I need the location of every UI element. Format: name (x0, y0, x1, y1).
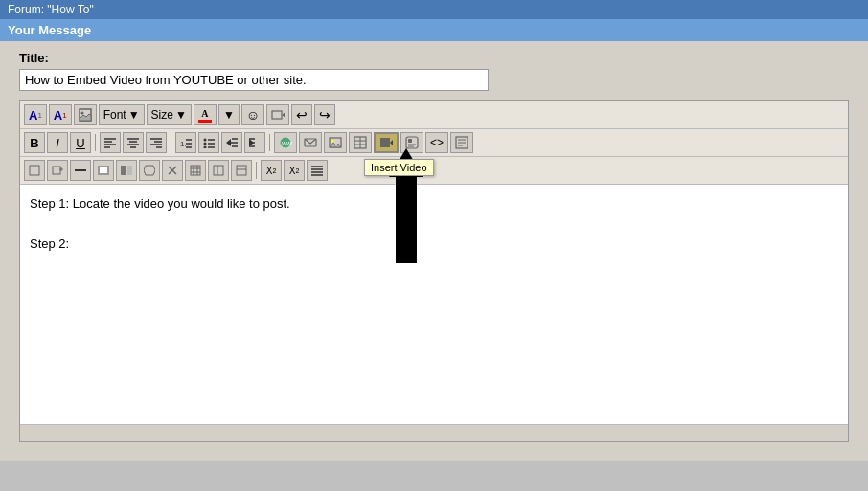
editor-line-1: Step 1: Locate the video you would like … (30, 194, 838, 214)
svg-rect-54 (30, 166, 39, 175)
size-dropdown[interactable]: Size ▼ (147, 104, 192, 125)
unordered-list-btn[interactable] (198, 132, 219, 153)
tb3-btn3[interactable] (70, 160, 91, 181)
tb3-btn6[interactable] (139, 160, 160, 181)
title-input[interactable] (19, 69, 489, 91)
smiley-btn[interactable]: ☺ (241, 104, 264, 125)
superscript-btn[interactable]: X2 (284, 160, 305, 181)
svg-rect-71 (214, 166, 223, 175)
toolbar-sep-3 (269, 134, 270, 151)
forum-bar-label: Forum: "How To" (8, 3, 94, 16)
tb3-btn4[interactable] (93, 160, 114, 181)
format-btn-a2[interactable]: A1 (49, 104, 72, 125)
tb3-btn5[interactable] (116, 160, 137, 181)
link-btn[interactable]: www (274, 132, 297, 153)
svg-text:www: www (281, 140, 292, 146)
editor-bottom-bar (20, 424, 848, 441)
svg-rect-62 (127, 166, 132, 175)
redo-btn[interactable]: ↪ (314, 104, 335, 125)
toolbar-sep-2 (171, 134, 171, 151)
toolbar-row-2: B I U 1. (20, 129, 848, 157)
svg-rect-2 (272, 111, 282, 119)
indent-less-btn[interactable] (221, 132, 242, 153)
svg-point-22 (204, 146, 207, 149)
toolbar-row-3: X2 X2 (20, 157, 848, 185)
align-left-btn[interactable] (100, 132, 121, 153)
svg-rect-47 (408, 139, 412, 143)
svg-rect-60 (100, 167, 107, 173)
align-right-btn[interactable] (146, 132, 167, 153)
toolbar-sep-1 (95, 134, 96, 151)
toolbar-sep-4 (256, 162, 257, 179)
ordered-list-btn[interactable]: 1. (175, 132, 196, 153)
tb3-btn2[interactable] (47, 160, 68, 181)
underline-btn[interactable]: U (70, 132, 91, 153)
font-color-btn[interactable]: A (194, 104, 217, 125)
spoiler-btn[interactable] (450, 132, 473, 153)
code-btn[interactable]: <> (425, 132, 448, 153)
indent-more-btn[interactable] (244, 132, 265, 153)
dropdown-arrow-btn[interactable]: ▼ (218, 104, 240, 125)
title-label: Title: (19, 51, 849, 65)
svg-text:1.: 1. (180, 140, 187, 148)
svg-rect-44 (380, 138, 390, 147)
italic-btn[interactable]: I (47, 132, 68, 153)
svg-rect-61 (121, 166, 126, 175)
svg-rect-73 (237, 166, 246, 175)
tb3-btn1[interactable] (24, 160, 45, 181)
align-center-btn[interactable] (123, 132, 144, 153)
undo-btn[interactable]: ↩ (291, 104, 312, 125)
svg-marker-38 (330, 143, 341, 147)
svg-point-20 (204, 139, 207, 142)
svg-rect-55 (53, 167, 60, 174)
svg-point-21 (204, 143, 207, 145)
svg-marker-63 (144, 166, 155, 175)
svg-rect-66 (191, 166, 200, 175)
justify-btn[interactable] (307, 160, 328, 181)
table-btn[interactable] (349, 132, 372, 153)
tb3-btn9[interactable] (208, 160, 229, 181)
image-btn[interactable] (74, 104, 97, 125)
tb3-btn7[interactable] (162, 160, 183, 181)
font-dropdown[interactable]: Font ▼ (99, 104, 145, 125)
email-btn[interactable] (299, 132, 322, 153)
bold-btn[interactable]: B (24, 132, 45, 153)
editor-area[interactable]: Step 1: Locate the video you would like … (20, 185, 848, 424)
tb3-btn8[interactable] (185, 160, 206, 181)
svg-point-1 (80, 112, 83, 115)
forum-bar: Forum: "How To" (0, 0, 868, 19)
svg-marker-45 (390, 140, 393, 145)
insert-video-tooltip: Insert Video (364, 159, 434, 176)
editor-container: A1 A1 Font ▼ Size ▼ A ▼ ☺ (19, 100, 849, 442)
your-message-header: Your Message (0, 19, 868, 41)
svg-point-39 (331, 140, 334, 143)
insert-image-btn[interactable] (324, 132, 347, 153)
media-btn[interactable] (266, 104, 289, 125)
format-btn-a1[interactable]: A1 (24, 104, 47, 125)
toolbar-row-1: A1 A1 Font ▼ Size ▼ A ▼ ☺ (20, 101, 848, 129)
subscript-btn[interactable]: X2 (261, 160, 282, 181)
editor-line-2: Step 2: (30, 234, 838, 255)
tb3-btn10[interactable] (231, 160, 252, 181)
